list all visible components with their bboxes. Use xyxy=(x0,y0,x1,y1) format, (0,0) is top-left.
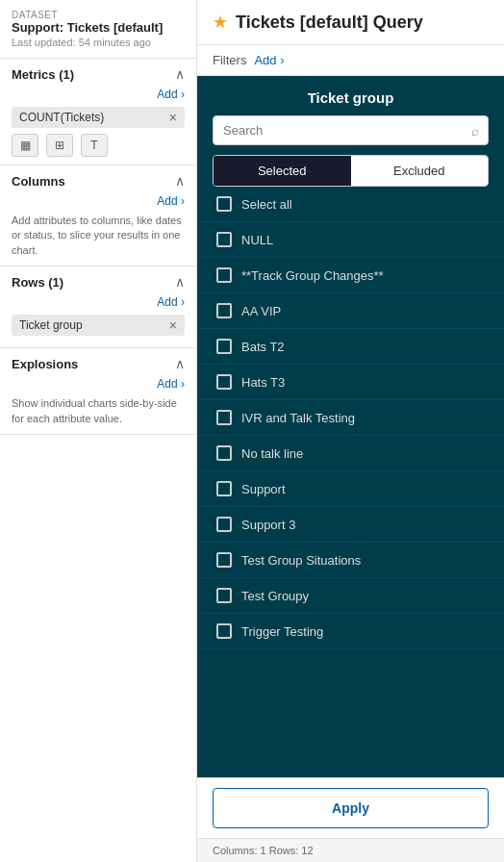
row-chip-remove[interactable]: × xyxy=(169,318,177,332)
item-label: AA VIP xyxy=(241,304,281,318)
list-item[interactable]: Support 3 xyxy=(197,507,504,543)
item-checkbox[interactable] xyxy=(216,374,232,390)
list-item[interactable]: Support xyxy=(197,471,504,507)
row-chip-label: Ticket group xyxy=(19,318,83,332)
icon-row: ▦ ⊞ T xyxy=(12,134,185,157)
item-checkbox[interactable] xyxy=(216,410,232,425)
rows-header: Rows (1) ∧ xyxy=(12,274,185,290)
star-icon: ★ xyxy=(213,12,228,33)
item-checkbox[interactable] xyxy=(216,267,232,283)
item-checkbox[interactable] xyxy=(216,517,232,532)
metric-chip-label: COUNT(Tickets) xyxy=(19,111,104,124)
row-chip: Ticket group × xyxy=(12,315,185,336)
apply-button[interactable]: Apply xyxy=(213,788,489,828)
explosions-toggle[interactable]: ∧ xyxy=(175,356,185,371)
explosions-section: Explosions ∧ Add Show individual charts … xyxy=(0,348,196,435)
item-checkbox[interactable] xyxy=(216,339,232,354)
item-label: Hats T3 xyxy=(241,375,285,390)
dataset-info: Dataset Support: Tickets [default] Last … xyxy=(0,0,196,59)
item-label: NULL xyxy=(241,233,273,247)
item-label: **Track Group Changes** xyxy=(241,268,384,283)
item-label: Support xyxy=(241,482,286,496)
dataset-updated: Last updated: 54 minutes ago xyxy=(12,37,185,48)
item-label: Trigger Testing xyxy=(241,624,323,639)
metrics-toggle[interactable]: ∧ xyxy=(175,66,185,82)
apply-section: Apply xyxy=(197,777,504,838)
item-checkbox[interactable] xyxy=(216,445,232,461)
metrics-title: Metrics (1) xyxy=(12,67,74,82)
item-label: Test Groupy xyxy=(241,589,309,603)
item-label: No talk line xyxy=(241,446,303,461)
metric-chip-remove[interactable]: × xyxy=(169,111,177,124)
dataset-label: Dataset xyxy=(12,10,185,20)
item-checkbox[interactable] xyxy=(216,232,232,247)
filters-add[interactable]: Add xyxy=(254,53,284,67)
items-list: Select allNULL**Track Group Changes**AA … xyxy=(197,187,504,777)
bottom-bar-text: Columns: 1 Rows: 12 xyxy=(213,845,314,856)
tab-row: Selected Excluded xyxy=(213,155,489,187)
list-item[interactable]: Select all xyxy=(197,187,504,222)
explosions-desc: Show individual charts side-by-side for … xyxy=(12,396,185,426)
main-header: ★ Tickets [default] Query xyxy=(197,0,504,45)
list-item[interactable]: No talk line xyxy=(197,436,504,471)
columns-section: Columns ∧ Add Add attributes to columns,… xyxy=(0,165,196,266)
item-label: Bats T2 xyxy=(241,340,285,354)
item-checkbox[interactable] xyxy=(216,303,232,318)
dataset-name: Support: Tickets [default] xyxy=(12,20,185,35)
rows-toggle[interactable]: ∧ xyxy=(175,274,185,290)
rows-title: Rows (1) xyxy=(12,275,63,290)
list-item[interactable]: Bats T2 xyxy=(197,329,504,365)
columns-desc: Add attributes to columns, like dates or… xyxy=(12,214,185,258)
search-input[interactable] xyxy=(213,115,489,145)
list-item[interactable]: Test Group Situations xyxy=(197,543,504,578)
bottom-bar: Columns: 1 Rows: 12 xyxy=(197,838,504,862)
main-panel: ★ Tickets [default] Query Filters Add Ti… xyxy=(197,0,504,862)
tab-selected[interactable]: Selected xyxy=(214,156,351,186)
columns-add-link[interactable]: Add xyxy=(12,194,185,208)
item-label: Test Group Situations xyxy=(241,553,361,568)
columns-title: Columns xyxy=(12,174,65,189)
item-checkbox[interactable] xyxy=(216,196,232,212)
columns-toggle[interactable]: ∧ xyxy=(175,173,185,189)
item-checkbox[interactable] xyxy=(216,588,232,603)
metrics-header: Metrics (1) ∧ xyxy=(12,66,185,82)
filters-bar: Filters Add xyxy=(197,45,504,76)
item-label: Support 3 xyxy=(241,518,295,532)
list-item[interactable]: IVR and Talk Testing xyxy=(197,400,504,436)
rows-section: Rows (1) ∧ Add Ticket group × xyxy=(0,266,196,348)
sidebar: Dataset Support: Tickets [default] Last … xyxy=(0,0,197,862)
ticket-group-panel: Ticket group ⌕ Selected Excluded Select … xyxy=(197,76,504,838)
explosions-header: Explosions ∧ xyxy=(12,356,185,371)
item-checkbox[interactable] xyxy=(216,481,232,496)
metrics-section: Metrics (1) ∧ Add COUNT(Tickets) × ▦ ⊞ T xyxy=(0,59,196,165)
list-item[interactable]: **Track Group Changes** xyxy=(197,258,504,293)
table-icon[interactable]: ⊞ xyxy=(46,134,73,157)
explosions-title: Explosions xyxy=(12,357,78,371)
metric-chip: COUNT(Tickets) × xyxy=(12,107,185,128)
item-checkbox[interactable] xyxy=(216,552,232,568)
item-label: Select all xyxy=(241,197,292,212)
text-icon[interactable]: T xyxy=(81,134,108,157)
tab-excluded[interactable]: Excluded xyxy=(351,156,489,186)
list-item[interactable]: Trigger Testing xyxy=(197,614,504,649)
bar-chart-icon[interactable]: ▦ xyxy=(12,134,38,157)
list-item[interactable]: Hats T3 xyxy=(197,365,504,400)
list-item[interactable]: Test Groupy xyxy=(197,578,504,614)
search-bar: ⌕ xyxy=(213,115,489,145)
panel-title: Ticket group xyxy=(197,76,504,115)
item-checkbox[interactable] xyxy=(216,623,232,639)
columns-header: Columns ∧ xyxy=(12,173,185,189)
item-label: IVR and Talk Testing xyxy=(241,411,355,425)
main-title: Tickets [default] Query xyxy=(236,13,423,33)
filters-label: Filters xyxy=(213,53,246,67)
list-item[interactable]: NULL xyxy=(197,222,504,258)
list-item[interactable]: AA VIP xyxy=(197,293,504,329)
rows-add-link[interactable]: Add xyxy=(12,295,185,309)
explosions-add-link[interactable]: Add xyxy=(12,377,185,391)
metrics-add-link[interactable]: Add xyxy=(12,88,185,101)
